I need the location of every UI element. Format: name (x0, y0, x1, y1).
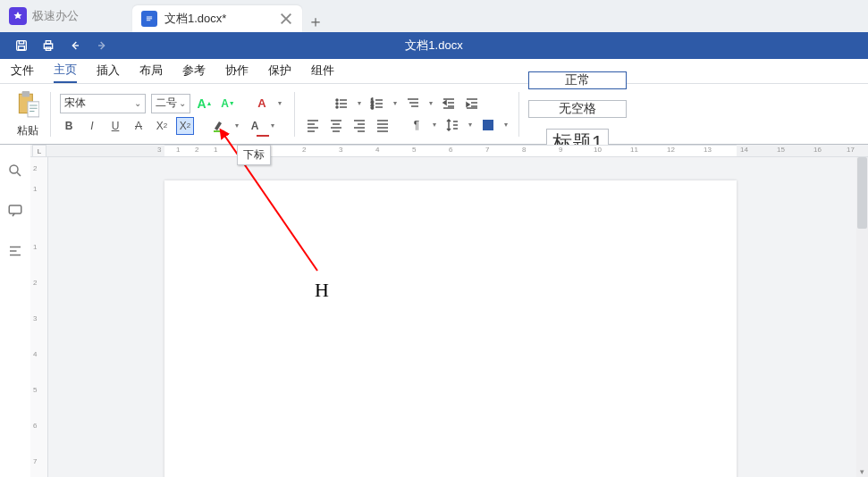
save-button[interactable] (9, 34, 34, 57)
bold-button[interactable]: B (60, 117, 78, 135)
chevron-down-icon: ⌄ (134, 98, 141, 108)
vertical-ruler[interactable]: 2 1 1 2 3 4 5 6 7 (30, 157, 48, 477)
italic-button[interactable]: I (83, 117, 101, 135)
highlight-color-button[interactable] (210, 117, 228, 135)
svg-rect-21 (9, 205, 21, 213)
align-justify-button[interactable] (374, 116, 392, 134)
bulleted-list-button[interactable] (333, 95, 350, 113)
font-size-select[interactable]: 二号 ⌄ (151, 94, 190, 113)
separator-icon (50, 92, 51, 137)
decrease-font-button[interactable]: A▼ (219, 95, 237, 113)
subscript-button[interactable]: X2 (176, 117, 194, 135)
menu-collab[interactable]: 协作 (225, 59, 249, 83)
chevron-down-icon: ▾ (502, 121, 510, 129)
svg-point-13 (336, 99, 338, 101)
app-logo: 极速办公 (0, 0, 88, 32)
chevron-down-icon: ▾ (427, 99, 434, 107)
chevron-down-icon: ⌄ (179, 98, 186, 108)
horizontal-ruler[interactable]: L 3 1 2 1 1 2 3 4 5 6 7 8 9 10 11 12 13 … (30, 145, 868, 157)
tab-label: 文档1.docx* (164, 11, 272, 27)
font-color-button[interactable]: A (246, 117, 264, 135)
document-icon (141, 11, 157, 27)
chevron-down-icon: ▾ (392, 99, 399, 107)
menu-protect[interactable]: 保护 (268, 59, 291, 83)
comments-icon[interactable] (7, 203, 23, 222)
menu-insert[interactable]: 插入 (97, 59, 120, 83)
svg-rect-2 (147, 20, 150, 21)
subscript-tooltip: 下标 (237, 145, 271, 165)
menu-bar: 文件 主页 插入 布局 参考 协作 保护 组件 (0, 59, 868, 84)
app-name: 极速办公 (32, 8, 79, 24)
increase-font-button[interactable]: A▲ (196, 95, 214, 113)
align-center-button[interactable] (327, 116, 345, 134)
svg-point-14 (336, 103, 338, 105)
chevron-down-icon: ▾ (233, 121, 240, 130)
side-panel (0, 145, 30, 477)
chevron-down-icon: ▾ (356, 99, 363, 107)
svg-rect-5 (19, 46, 25, 50)
style-normal[interactable]: 正常 (528, 71, 627, 89)
paste-button[interactable] (16, 90, 39, 121)
menu-file[interactable]: 文件 (11, 59, 34, 83)
rocket-icon (9, 7, 27, 25)
chevron-down-icon: ▾ (467, 121, 474, 129)
svg-rect-11 (28, 101, 39, 116)
document-tab[interactable]: 文档1.docx* (132, 5, 302, 32)
vertical-scrollbar[interactable]: ▾ (856, 157, 868, 477)
undo-button[interactable] (63, 34, 88, 57)
font-family-select[interactable]: 宋体 ⌄ (60, 94, 146, 113)
svg-rect-10 (22, 91, 30, 96)
separator-icon (294, 92, 295, 137)
ribbon: 粘贴 宋体 ⌄ 二号 ⌄ A▲ A▼ A ▾ B I U A X2 X2 (0, 84, 868, 145)
shading-button[interactable] (479, 116, 497, 134)
paragraph-group: ▾ 123▾ ▾ ¶▾ ▾ ▾ (299, 84, 515, 144)
style-no-spacing[interactable]: 无空格 (528, 100, 627, 118)
document-page[interactable] (164, 180, 737, 477)
add-tab-button[interactable]: ＋ (302, 11, 329, 32)
search-icon[interactable] (7, 163, 23, 181)
svg-rect-1 (147, 18, 152, 19)
svg-point-20 (10, 165, 18, 173)
svg-rect-19 (483, 120, 493, 130)
chevron-down-icon: ▾ (431, 121, 438, 129)
chevron-down-icon: ▾ (276, 99, 283, 107)
scroll-down-icon[interactable]: ▾ (856, 465, 868, 477)
print-button[interactable] (36, 34, 61, 57)
menu-addins[interactable]: 组件 (311, 59, 334, 83)
font-size-value: 二号 (156, 96, 177, 111)
align-right-button[interactable] (350, 116, 368, 134)
document-body-text[interactable]: H (315, 279, 329, 302)
menu-references[interactable]: 参考 (182, 59, 206, 83)
svg-rect-12 (214, 130, 224, 132)
window-title: 文档1.docx (405, 38, 462, 54)
underline-button[interactable]: U (106, 117, 124, 135)
svg-rect-7 (46, 41, 50, 44)
close-icon[interactable] (279, 12, 293, 26)
show-marks-button[interactable]: ¶ (408, 116, 426, 134)
numbered-list-button[interactable]: 123 (368, 95, 386, 113)
menu-layout[interactable]: 布局 (139, 59, 163, 83)
svg-rect-4 (19, 41, 23, 44)
align-left-button[interactable] (304, 116, 322, 134)
workspace: L 3 1 2 1 1 2 3 4 5 6 7 8 9 10 11 12 13 … (0, 145, 868, 477)
canvas-area: L 3 1 2 1 1 2 3 4 5 6 7 8 9 10 11 12 13 … (30, 145, 868, 477)
strikethrough-button[interactable]: A (130, 117, 147, 135)
scroll-thumb[interactable] (857, 157, 867, 229)
decrease-indent-button[interactable] (440, 95, 458, 113)
change-case-button[interactable]: A (253, 95, 271, 113)
separator-icon (518, 92, 519, 137)
superscript-button[interactable]: X2 (153, 117, 171, 135)
svg-rect-0 (147, 17, 152, 18)
ruler-corner: L (32, 145, 46, 157)
increase-indent-button[interactable] (463, 95, 481, 113)
redo-button[interactable] (89, 34, 114, 57)
headings-icon[interactable] (7, 243, 23, 262)
line-spacing-button[interactable] (443, 116, 461, 134)
multilevel-list-button[interactable] (404, 95, 422, 113)
clipboard-group: 粘贴 (9, 84, 46, 144)
font-family-value: 宋体 (64, 96, 86, 111)
menu-home[interactable]: 主页 (54, 59, 77, 83)
styles-gallery: 正常 无空格 标题1 (523, 84, 632, 144)
document-tabs: 文档1.docx* ＋ (132, 0, 329, 32)
paste-label: 粘贴 (17, 123, 38, 138)
